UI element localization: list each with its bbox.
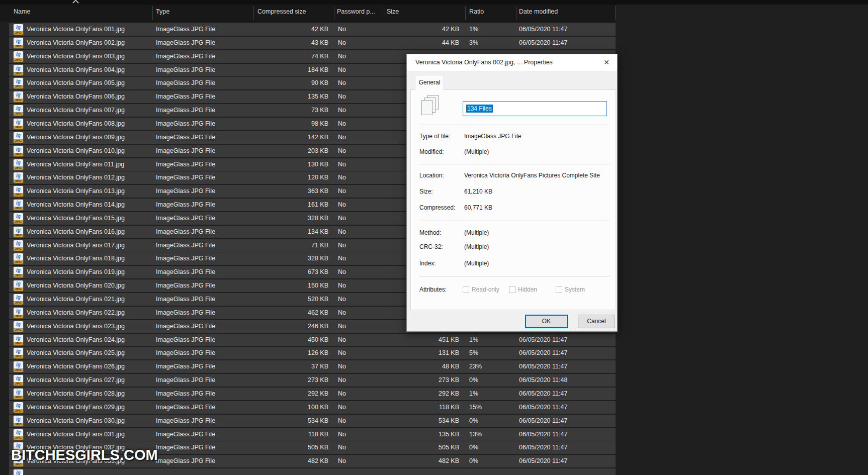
ok-button[interactable]: OK bbox=[525, 315, 568, 328]
compressed-size-cell: 37 KB bbox=[220, 360, 328, 373]
compressed-size-cell: 203 KB bbox=[220, 145, 328, 157]
file-row[interactable]: igJPGVeronica Victoria OnlyFans 002.jpgI… bbox=[9, 37, 616, 49]
file-row[interactable]: igJPGVeronica Victoria OnlyFans 031.jpgI… bbox=[9, 428, 616, 441]
column-divider[interactable] bbox=[334, 6, 334, 20]
column-divider[interactable] bbox=[465, 6, 466, 20]
date-modified-cell: 06/05/2020 11:47 bbox=[519, 415, 610, 427]
file-name-cell: Veronica Victoria OnlyFans 030.jpg bbox=[27, 415, 155, 427]
file-row[interactable]: igJPGVeronica Victoria OnlyFans 025.jpgI… bbox=[9, 347, 616, 359]
size-cell: 118 KB bbox=[351, 401, 459, 414]
imageglass-jpg-file-icon: igJPG bbox=[14, 200, 23, 210]
cancel-button[interactable]: Cancel bbox=[578, 315, 615, 328]
method-value: (Multiple) bbox=[464, 229, 610, 237]
imageglass-jpg-file-icon: igJPG bbox=[14, 172, 23, 183]
compressed-value: 60,771 KB bbox=[464, 204, 610, 212]
date-modified-cell bbox=[519, 468, 610, 475]
size-cell: 534 KB bbox=[351, 415, 459, 427]
ratio-cell: 0% bbox=[469, 374, 512, 387]
column-divider[interactable] bbox=[383, 6, 383, 20]
imageglass-jpg-file-icon: igJPG bbox=[14, 105, 23, 116]
dialog-titlebar[interactable]: Veronica Victoria OnlyFans 002.jpg, ... … bbox=[407, 54, 617, 71]
method-label: Method: bbox=[419, 229, 465, 237]
column-divider[interactable] bbox=[152, 6, 153, 20]
file-row[interactable]: igJPGVeronica Victoria OnlyFans 026.jpgI… bbox=[9, 360, 616, 373]
file-name-cell: Veronica Victoria OnlyFans 001.jpg bbox=[27, 23, 155, 36]
attributes-label: Attributes: bbox=[419, 286, 465, 294]
imageglass-jpg-file-icon: igJPG bbox=[14, 65, 23, 75]
compressed-label: Compressed: bbox=[419, 204, 465, 212]
column-header-bar: Name Type Compressed size Password p... … bbox=[0, 5, 616, 22]
compressed-size-cell: 273 KB bbox=[220, 374, 328, 387]
compressed-size-cell: 42 KB bbox=[220, 23, 328, 36]
file-name-cell: Veronica Victoria OnlyFans 002.jpg bbox=[27, 37, 155, 49]
file-name-cell: Veronica Victoria OnlyFans 003.jpg bbox=[27, 50, 155, 63]
file-name-cell: Veronica Victoria OnlyFans 009.jpg bbox=[27, 131, 155, 144]
ratio-cell: 1% bbox=[469, 334, 512, 346]
file-row[interactable]: igJPGVeronica Victoria OnlyFans 027.jpgI… bbox=[9, 374, 616, 387]
column-header-compressed[interactable]: Compressed size bbox=[257, 8, 306, 15]
size-label: Size: bbox=[419, 188, 465, 196]
file-name-cell: Veronica Victoria OnlyFans 014.jpg bbox=[27, 199, 155, 211]
separator bbox=[419, 164, 610, 164]
file-row[interactable]: igJPGVeronica Victoria OnlyFans 030.jpgI… bbox=[9, 415, 616, 427]
imageglass-jpg-file-icon: igJPG bbox=[14, 294, 23, 305]
multiple-files-icon bbox=[421, 95, 440, 117]
file-name-cell: Veronica Victoria OnlyFans 023.jpg bbox=[27, 320, 155, 333]
compressed-size-cell: 520 KB bbox=[220, 293, 328, 306]
tab-general[interactable]: General bbox=[415, 75, 444, 90]
column-header-name[interactable]: Name bbox=[14, 8, 30, 15]
imageglass-jpg-file-icon: igJPG bbox=[14, 146, 23, 156]
size-cell: 135 KB bbox=[351, 428, 459, 441]
file-name-cell: Veronica Victoria OnlyFans 008.jpg bbox=[27, 118, 155, 130]
system-checkbox-label: System bbox=[565, 286, 585, 293]
column-divider[interactable] bbox=[615, 6, 616, 20]
imageglass-jpg-file-icon: igJPG bbox=[14, 429, 23, 440]
compressed-size-cell: 71 KB bbox=[220, 239, 328, 252]
imageglass-jpg-file-icon: igJPG bbox=[14, 267, 23, 277]
file-name-cell: Veronica Victoria OnlyFans 013.jpg bbox=[27, 185, 155, 198]
imageglass-jpg-file-icon: igJPG bbox=[14, 159, 23, 170]
date-modified-cell: 06/05/2020 11:47 bbox=[519, 388, 610, 400]
hidden-checkbox bbox=[509, 287, 515, 293]
file-name-cell: Veronica Victoria OnlyFans 017.jpg bbox=[27, 239, 155, 252]
compressed-size-cell: 462 KB bbox=[220, 307, 328, 319]
column-divider[interactable] bbox=[516, 6, 516, 20]
separator bbox=[419, 276, 610, 276]
dialog-title: Veronica Victoria OnlyFans 002.jpg, ... … bbox=[415, 54, 553, 71]
column-header-modified[interactable]: Date modified bbox=[519, 8, 558, 15]
file-name-cell: Veronica Victoria OnlyFans 026.jpg bbox=[27, 360, 155, 373]
file-name-cell: Veronica Victoria OnlyFans 024.jpg bbox=[27, 334, 155, 346]
file-row[interactable]: igJPGVeronica Victoria OnlyFans 024.jpgI… bbox=[9, 334, 616, 346]
ratio-cell: 0% bbox=[469, 441, 512, 454]
file-name-cell: Veronica Victoria OnlyFans 012.jpg bbox=[27, 171, 155, 184]
compressed-size-cell: 126 KB bbox=[220, 347, 328, 359]
column-header-ratio[interactable]: Ratio bbox=[469, 8, 484, 15]
system-checkbox bbox=[556, 287, 562, 293]
file-selection-field[interactable]: 134 Files bbox=[463, 101, 607, 116]
size-cell: 42 KB bbox=[351, 23, 459, 36]
close-icon[interactable]: ✕ bbox=[599, 54, 614, 71]
compressed-size-cell: 328 KB bbox=[220, 252, 328, 265]
selected-text: 134 Files bbox=[466, 105, 493, 113]
separator bbox=[419, 221, 610, 221]
file-row[interactable]: igJPG bbox=[9, 468, 616, 475]
crc32-label: CRC-32: bbox=[419, 243, 465, 251]
imageglass-jpg-file-icon: igJPG bbox=[14, 361, 23, 372]
column-header-size[interactable]: Size bbox=[387, 8, 399, 15]
compressed-size-cell: 130 KB bbox=[220, 158, 328, 171]
crc32-value: (Multiple) bbox=[464, 243, 610, 251]
ratio-cell: 0% bbox=[469, 415, 512, 427]
ratio-cell: 13% bbox=[469, 428, 512, 441]
compressed-size-cell: 134 KB bbox=[220, 226, 328, 238]
column-header-password[interactable]: Password p... bbox=[337, 8, 375, 15]
file-row[interactable]: igJPGVeronica Victoria OnlyFans 028.jpgI… bbox=[9, 388, 616, 400]
file-row[interactable]: igJPGVeronica Victoria OnlyFans 001.jpgI… bbox=[9, 23, 616, 36]
compressed-size-cell: 118 KB bbox=[220, 428, 328, 441]
column-divider[interactable] bbox=[253, 6, 254, 20]
file-row[interactable]: igJPGVeronica Victoria OnlyFans 029.jpgI… bbox=[9, 401, 616, 414]
size-cell: 505 KB bbox=[351, 441, 459, 454]
file-name-cell: Veronica Victoria OnlyFans 027.jpg bbox=[27, 374, 155, 387]
ratio-cell: 5% bbox=[469, 347, 512, 359]
dialog-general-page: 134 Files Type of file: ImageGlass JPG F… bbox=[410, 89, 616, 310]
column-header-type[interactable]: Type bbox=[156, 8, 169, 15]
